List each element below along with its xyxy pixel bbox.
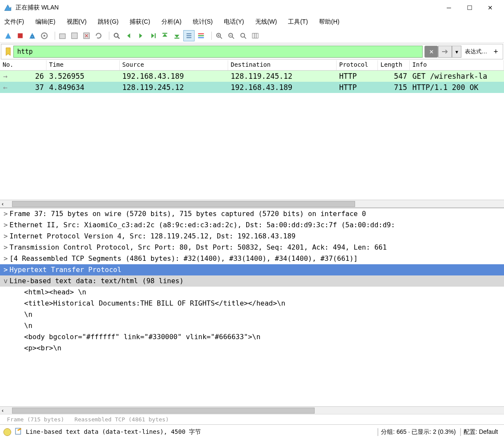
menu-analyze[interactable]: 分析(A) [161,18,182,26]
detail-text: Internet Protocol Version 4, Src: 128.11… [9,231,296,242]
cell-time: 4.849634 [46,83,120,92]
detail-content-line[interactable]: <html><head> \n [0,287,504,298]
detail-text: Hypertext Transfer Protocol [9,264,121,275]
go-first-icon[interactable] [159,30,170,41]
detail-text: Ethernet II, Src: XiaomiCo_c3:ad:2c (a8:… [9,220,395,231]
detail-pane-scrollbar[interactable]: ‹ [0,406,504,414]
svg-rect-9 [162,33,167,34]
expert-info-icon[interactable] [3,428,11,436]
collapse-icon[interactable]: v [2,275,9,287]
expand-icon[interactable]: > [2,231,9,242]
edit-capture-comment-icon[interactable] [15,427,22,436]
detail-content-line[interactable]: \n [0,320,504,331]
go-forward-icon[interactable] [135,30,146,41]
options-icon[interactable] [39,30,50,41]
detail-content-line[interactable]: <body bgcolor="#ffffff" link="#330000" v… [0,331,504,343]
find-icon[interactable] [111,30,122,41]
menu-tools[interactable]: 工具(T) [288,18,308,26]
expand-icon[interactable]: > [2,208,9,220]
add-filter-button[interactable]: + [491,46,501,57]
packet-row[interactable]: ← 37 4.849634 128.119.245.12 192.168.43.… [0,82,504,93]
svg-rect-17 [252,33,254,38]
detail-tree-item[interactable]: >Internet Protocol Version 4, Src: 128.1… [0,231,504,242]
col-header-time[interactable]: Time [46,60,120,70]
menu-go[interactable]: 跳转(G) [98,18,118,26]
detail-tree-item[interactable]: vLine-based text data: text/html (98 lin… [0,275,504,287]
zoom-out-icon[interactable] [226,30,237,41]
title-bar: 正在捕获 WLAN ─ ☐ ✕ [0,0,504,15]
expand-icon[interactable]: > [2,220,9,231]
cell-length: 715 [378,83,410,92]
cell-no: 26 [10,72,46,80]
separator [208,31,212,40]
go-back-icon[interactable] [123,30,134,41]
col-header-proto[interactable]: Protocol [337,60,378,70]
svg-rect-18 [254,33,257,38]
status-packet-count: 分组: 665 · 已显示: 2 (0.3%) [377,428,458,436]
colorize-icon[interactable] [195,30,207,41]
detail-tree-item[interactable]: >Transmission Control Protocol, Src Port… [0,242,504,253]
close-button[interactable]: ✕ [480,1,501,15]
svg-rect-4 [59,34,65,38]
open-icon[interactable] [57,30,68,41]
detail-tree-item[interactable]: >[4 Reassembled TCP Segments (4861 bytes… [0,253,504,264]
zoom-in-icon[interactable] [213,30,225,41]
detail-content-line[interactable]: <title>Historical Documents:THE BILL OF … [0,298,504,309]
resize-columns-icon[interactable] [250,30,261,41]
cell-dest: 128.119.245.12 [228,72,337,80]
start-capture-icon[interactable] [3,30,14,41]
packet-list-scrollbar[interactable]: ‹ [0,200,504,207]
menu-help[interactable]: 帮助(H) [319,18,339,26]
detail-tree-item[interactable]: >Frame 37: 715 bytes on wire (5720 bits)… [0,208,504,220]
save-icon[interactable] [69,30,80,41]
col-header-source[interactable]: Source [120,60,228,70]
menu-wireless[interactable]: 无线(W) [255,18,277,26]
svg-point-7 [114,33,118,37]
col-header-no[interactable]: No. [0,60,46,70]
expand-icon[interactable]: > [2,242,9,253]
col-header-dest[interactable]: Destination [228,60,337,70]
maximize-button[interactable]: ☐ [459,1,480,15]
detail-content-line[interactable]: <p><br>\n [0,343,504,354]
display-filter-input[interactable] [13,46,423,58]
filter-dropdown[interactable]: ▾ [452,46,461,58]
svg-point-3 [43,34,46,37]
separator [52,31,55,40]
menu-statistics[interactable]: 统计(S) [193,18,213,26]
separator [106,31,109,40]
col-header-length[interactable]: Length [378,60,410,70]
auto-scroll-icon[interactable] [183,30,195,41]
svg-rect-13 [198,37,204,38]
stop-capture-icon[interactable] [15,30,26,41]
byte-view-tabs: Frame (715 bytes) Reassembled TCP (4861 … [0,414,504,424]
clear-filter-button[interactable]: ✕ [424,46,438,58]
zoom-reset-icon[interactable] [238,30,249,41]
menu-capture[interactable]: 捕获(C) [130,18,150,26]
svg-rect-10 [174,37,179,38]
menu-telephony[interactable]: 电话(Y) [224,18,244,26]
restart-capture-icon[interactable] [27,30,38,41]
col-header-info[interactable]: Info [410,60,504,70]
expand-icon[interactable]: > [2,253,9,264]
detail-tree-item[interactable]: >Ethernet II, Src: XiaomiCo_c3:ad:2c (a8… [0,220,504,231]
menu-edit[interactable]: 编辑(E) [35,18,56,26]
menu-file[interactable]: 文件(F) [4,18,24,26]
menu-view[interactable]: 视图(V) [67,18,87,26]
apply-filter-button[interactable] [438,46,452,58]
svg-point-16 [241,33,244,37]
detail-content-line[interactable]: \n [0,309,504,320]
tab-frame[interactable]: Frame (715 bytes) [7,416,64,423]
packet-row[interactable]: → 26 3.526955 192.168.43.189 128.119.245… [0,71,504,82]
reload-icon[interactable] [93,30,104,41]
status-profile[interactable]: 配置: Default [460,428,501,436]
cell-source: 128.119.245.12 [120,83,228,92]
tab-reassembled[interactable]: Reassembled TCP (4861 bytes) [74,416,169,423]
expand-icon[interactable]: > [2,264,9,275]
bookmark-icon[interactable] [3,46,13,58]
expression-button[interactable]: 表达式… [461,48,491,56]
minimize-button[interactable]: ─ [439,1,459,15]
go-to-packet-icon[interactable] [147,30,158,41]
close-file-icon[interactable] [81,30,92,41]
go-last-icon[interactable] [171,30,182,41]
detail-tree-item-selected[interactable]: >Hypertext Transfer Protocol [0,264,504,275]
